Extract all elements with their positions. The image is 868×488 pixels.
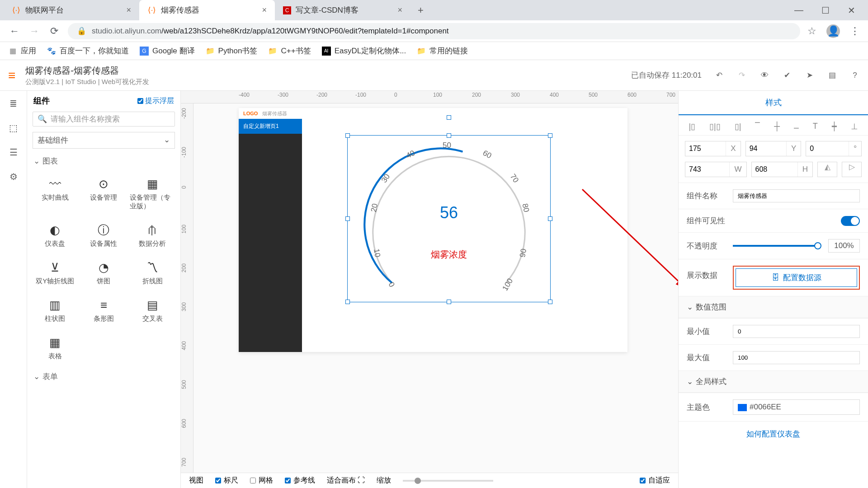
align-center-icon[interactable]: ▯|▯ — [709, 122, 721, 131]
favicon: ⟨·⟩ — [147, 6, 156, 15]
hint-toggle[interactable]: 提示浮层 — [137, 96, 174, 106]
canvas[interactable]: LOGO烟雾传感器 自定义新增页1 56 — [193, 103, 678, 473]
tab-style[interactable]: 样式 — [679, 91, 868, 115]
widget-item[interactable]: ⊻双Y轴折线图 — [32, 256, 79, 290]
data-label: 展示数据 — [687, 266, 727, 290]
section-range[interactable]: ⌄数值范围 — [679, 296, 868, 318]
visibility-toggle[interactable] — [841, 216, 860, 226]
star-icon[interactable]: ☆ — [807, 25, 816, 37]
widget-item[interactable]: ▦表格 — [32, 331, 79, 365]
widget-item[interactable]: ⓘ设备属性 — [80, 219, 127, 253]
components-icon[interactable]: ⬚ — [9, 122, 18, 133]
widget-item[interactable]: ≡条形图 — [80, 294, 127, 328]
bookmark-cpp[interactable]: 📁C++书签 — [268, 46, 311, 56]
panel-title: 组件 — [33, 95, 50, 106]
widget-item[interactable]: 〽折线图 — [129, 256, 176, 290]
w-input[interactable] — [685, 162, 729, 177]
grid-toggle[interactable]: 网格 — [250, 476, 273, 485]
horizontal-ruler: -400-300-200-100010020030040050060070080… — [181, 91, 678, 103]
apps-button[interactable]: ▦应用 — [8, 46, 36, 56]
doc-icon[interactable]: ▤ — [827, 70, 837, 80]
bookmark-baidu[interactable]: 🐾百度一下，你就知道 — [47, 46, 129, 56]
align-left-icon[interactable]: |▯ — [689, 122, 695, 131]
reload-icon[interactable]: ⟳ — [48, 25, 61, 37]
guide-toggle[interactable]: 参考线 — [285, 476, 315, 485]
tab-iot[interactable]: ⟨·⟩物联网平台× — [4, 0, 139, 20]
x-input[interactable] — [685, 141, 726, 156]
section-global[interactable]: ⌄全局样式 — [679, 371, 868, 393]
widget-item[interactable]: ◐仪表盘 — [32, 219, 79, 253]
align-right-icon[interactable]: ▯| — [735, 122, 741, 131]
theme-color-input[interactable]: #0066EE — [733, 399, 860, 415]
selection-box[interactable]: 56 烟雾浓度 0 10 20 30 40 50 60 70 80 90 100 — [347, 135, 551, 302]
forward-icon[interactable]: → — [28, 25, 41, 37]
ruler-toggle[interactable]: 标尺 — [215, 476, 238, 485]
opacity-value[interactable]: 100% — [828, 239, 860, 253]
minimize-icon[interactable]: — — [794, 5, 803, 16]
align-middle-icon[interactable]: ┼ — [774, 122, 780, 131]
min-input[interactable] — [733, 325, 860, 338]
menu-icon[interactable]: ⋮ — [850, 25, 860, 37]
configure-datasource-button[interactable]: 🗄配置数据源 — [736, 268, 857, 287]
help-link[interactable]: 如何配置仪表盘 — [679, 421, 868, 446]
preview-icon[interactable]: 👁 — [760, 70, 769, 80]
widget-label: 饼图 — [97, 277, 110, 286]
widget-item[interactable]: 〰实时曲线 — [32, 173, 79, 215]
group-chart[interactable]: ⌄图表 — [27, 152, 180, 170]
dist-bot-icon[interactable]: ⊥ — [851, 122, 858, 131]
bookmark-links[interactable]: 📁常用的链接 — [417, 46, 468, 56]
maximize-icon[interactable]: ☐ — [821, 5, 830, 16]
bookmark-google[interactable]: GGoogle 翻译 — [140, 46, 195, 56]
close-icon[interactable]: × — [126, 5, 131, 15]
widget-item[interactable]: ▤交叉表 — [129, 294, 176, 328]
undo-icon[interactable]: ↶ — [714, 70, 724, 80]
close-icon[interactable]: × — [397, 5, 402, 15]
zoom-slider[interactable] — [403, 480, 493, 482]
rot-input[interactable] — [806, 141, 849, 156]
pages-icon[interactable]: ☰ — [9, 147, 18, 158]
widget-item[interactable]: ◔饼图 — [80, 256, 127, 290]
settings-icon[interactable]: ⚙ — [9, 171, 18, 182]
widget-item[interactable]: ⫛数据分析 — [129, 219, 176, 253]
new-tab-button[interactable]: + — [410, 5, 431, 16]
max-input[interactable] — [733, 351, 860, 364]
close-icon[interactable]: × — [262, 5, 267, 15]
url-field[interactable]: 🔒 studio.iot.aliyun.com/web/a123hSCDehe8… — [68, 23, 800, 39]
redo-icon[interactable]: ↷ — [737, 70, 747, 80]
bookmark-easydl[interactable]: AIEasyDL定制化物体... — [322, 46, 406, 56]
y-input[interactable] — [746, 141, 786, 156]
opacity-slider[interactable] — [733, 245, 818, 247]
h-input[interactable] — [752, 162, 797, 177]
group-form[interactable]: ⌄表单 — [27, 368, 180, 385]
properties-panel: 样式 |▯ ▯|▯ ▯| ⎺ ┼ ⎽ T ┿ ⊥ X Y ° W H ◭ — [678, 91, 868, 488]
flip-h-icon[interactable]: ◭ — [817, 162, 837, 177]
bookmark-python[interactable]: 📁Python书签 — [206, 46, 258, 56]
name-input[interactable] — [733, 189, 860, 202]
widget-label: 双Y轴折线图 — [36, 277, 74, 286]
widget-item[interactable]: ▥柱状图 — [32, 294, 79, 328]
send-icon[interactable]: ➤ — [805, 70, 815, 80]
profile-icon[interactable]: 👤 — [826, 24, 840, 38]
check-icon[interactable]: ✔ — [782, 70, 792, 80]
menu-toggle-icon[interactable]: ≡ — [8, 68, 15, 83]
tab-csdn[interactable]: C写文章-CSDN博客× — [275, 0, 410, 20]
flip-v-icon[interactable]: ▷ — [842, 162, 862, 177]
help-icon[interactable]: ? — [850, 70, 860, 80]
tab-smoke[interactable]: ⟨·⟩烟雾传感器× — [139, 0, 275, 20]
widget-icon: ▥ — [49, 298, 61, 312]
widget-item[interactable]: ⊙设备管理 — [80, 173, 127, 215]
align-top-icon[interactable]: ⎺ — [755, 122, 760, 131]
layers-icon[interactable]: ≣ — [9, 98, 17, 109]
adapt-toggle[interactable]: 自适应 — [640, 476, 670, 485]
nav-item[interactable]: 自定义新增页1 — [239, 119, 302, 134]
align-bottom-icon[interactable]: ⎽ — [794, 122, 799, 131]
components-panel: 组件 提示浮层 🔍请输入组件名称搜索 基础组件⌄ ⌄图表 〰实时曲线⊙设备管理▦… — [27, 91, 181, 488]
widget-item[interactable]: ▦设备管理（专业版） — [129, 173, 176, 215]
search-input[interactable]: 🔍请输入组件名称搜索 — [33, 112, 175, 127]
category-select[interactable]: 基础组件⌄ — [33, 132, 175, 149]
close-window-icon[interactable]: ✕ — [848, 5, 855, 16]
fit-canvas[interactable]: 适合画布 ⛶ — [327, 476, 365, 485]
dist-top-icon[interactable]: T — [813, 122, 818, 131]
back-icon[interactable]: ← — [8, 25, 21, 37]
dist-mid-icon[interactable]: ┿ — [832, 122, 837, 131]
